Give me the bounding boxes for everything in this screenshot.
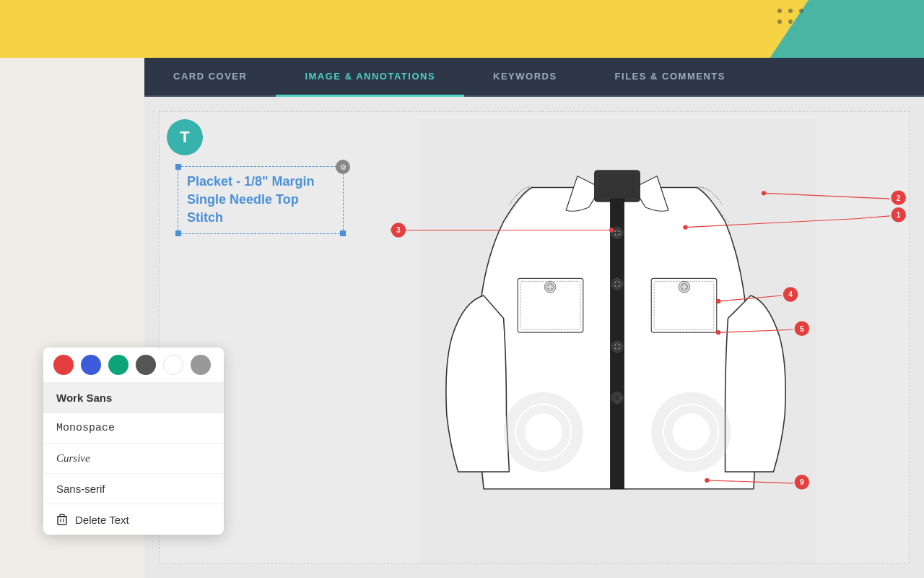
svg-point-64 [716,299,720,303]
main-panel: CARD COVER IMAGE & ANNOTATIONS KEYWORDS … [144,58,924,578]
svg-point-26 [614,348,616,349]
svg-rect-77 [60,514,64,517]
svg-point-1 [777,9,782,13]
svg-point-52 [683,225,687,229]
font-sans-serif[interactable]: Sans-serif [43,474,224,504]
svg-point-12 [614,230,616,232]
color-font-popup: Work Sans Monospace Cursive Sans-serif D… [43,348,224,535]
color-dark-gray[interactable] [136,355,156,375]
svg-point-4 [777,20,782,24]
color-teal[interactable] [108,355,128,375]
svg-point-14 [614,234,616,236]
delete-text-row[interactable]: Delete Text [43,504,224,535]
svg-text:3: 3 [396,226,401,234]
annotation-canvas: T ⚙ Placket - 1/8" Margin Single Needle … [159,111,910,564]
svg-point-25 [618,344,619,345]
svg-point-56 [762,191,766,195]
color-light-gray[interactable] [191,355,211,375]
svg-point-40 [679,281,690,293]
resize-handle-bl[interactable] [175,230,181,236]
tab-bar: CARD COVER IMAGE & ANNOTATIONS KEYWORDS … [144,58,924,97]
font-work-sans[interactable]: Work Sans [43,383,224,413]
svg-point-37 [551,288,552,289]
svg-point-68 [716,330,720,335]
svg-point-2 [788,9,793,13]
svg-point-34 [548,285,549,286]
text-tool-button[interactable]: T [167,119,203,155]
color-picker-row [43,348,224,383]
content-area: T ⚙ Placket - 1/8" Margin Single Needle … [144,97,924,578]
svg-rect-7 [595,171,640,202]
svg-point-32 [544,281,556,293]
svg-text:2: 2 [897,194,901,202]
svg-text:4: 4 [788,290,793,298]
resize-handle-tl[interactable] [175,164,181,170]
tab-image-annotations[interactable]: IMAGE & ANNOTATIONS [276,58,464,97]
svg-text:9: 9 [800,478,804,486]
font-cursive[interactable]: Cursive [43,444,224,474]
color-blue[interactable] [81,355,101,375]
annotation-text: Placket - 1/8" Margin Single Needle Top … [187,173,334,228]
svg-point-28 [611,392,623,404]
text-annotation-box[interactable]: ⚙ Placket - 1/8" Margin Single Needle To… [178,166,344,234]
svg-point-19 [618,282,619,283]
svg-text:5: 5 [800,325,804,333]
svg-line-50 [856,216,890,219]
svg-point-43 [685,285,687,286]
delete-text-label: Delete Text [75,514,129,526]
font-monospace[interactable]: Monospace [43,413,224,444]
jacket-illustration-area: 1 2 3 [326,119,909,563]
decorative-teal-shape [765,0,924,65]
svg-point-13 [618,230,619,232]
svg-point-15 [618,234,619,236]
svg-rect-75 [58,517,66,525]
svg-point-35 [551,285,552,286]
color-white[interactable] [163,355,183,375]
trash-icon [56,513,68,526]
tab-files-comments[interactable]: FILES & COMMENTS [586,58,754,95]
svg-point-20 [614,285,616,286]
svg-point-5 [788,20,793,24]
svg-text:1: 1 [897,211,901,219]
svg-point-36 [548,288,549,289]
svg-point-60 [609,228,614,232]
svg-point-24 [614,344,616,345]
svg-point-21 [618,285,619,286]
tab-card-cover[interactable]: CARD COVER [144,58,276,95]
svg-point-18 [614,282,616,283]
tab-keywords[interactable]: KEYWORDS [464,58,586,95]
svg-point-42 [681,285,683,286]
jacket-svg: 1 2 3 [326,119,909,563]
svg-point-22 [611,341,623,353]
svg-point-3 [799,9,803,13]
svg-point-44 [681,288,683,289]
svg-point-72 [705,478,709,483]
svg-point-16 [611,278,623,290]
color-red[interactable] [53,355,74,375]
svg-point-45 [685,288,687,289]
svg-point-27 [618,348,619,349]
